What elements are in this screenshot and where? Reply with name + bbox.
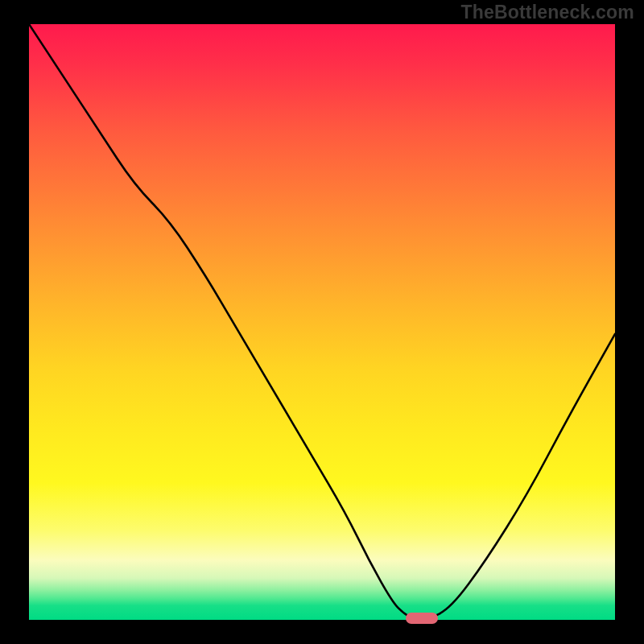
- optimum-marker: [406, 613, 438, 624]
- chart-plot-area: [29, 24, 615, 620]
- chart-frame: TheBottleneck.com: [0, 0, 644, 644]
- watermark-text: TheBottleneck.com: [460, 2, 634, 23]
